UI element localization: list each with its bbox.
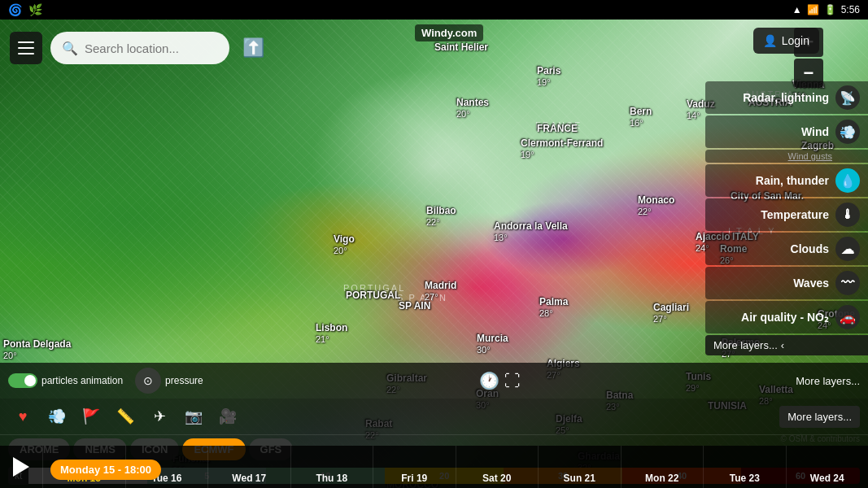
layer-air-label: Air quality - NO₂ xyxy=(741,311,829,324)
play-button[interactable] xyxy=(0,446,42,488)
clock-more-row: 🕐 ⛶ xyxy=(479,371,521,390)
toggle-row: particles animation ⊙ pressure xyxy=(8,368,203,394)
layer-radar[interactable]: Radar, lightning 📡 xyxy=(705,81,868,114)
clouds-icon: ☁ xyxy=(835,237,860,261)
top-bar: 🔍 ⬆️ xyxy=(0,20,868,76)
particles-switch[interactable] xyxy=(8,373,37,388)
wifi-icon: ▲ xyxy=(792,4,802,15)
current-time-badge: Monday 15 - 18:00 xyxy=(50,460,161,480)
layer-waves-label: Waves xyxy=(793,277,829,290)
more-layers-row-label: More layers... xyxy=(796,375,860,387)
timeline-date-4[interactable]: Fri 19 xyxy=(373,446,456,488)
play-icon xyxy=(13,457,29,477)
more-layers-button[interactable]: More layers... ‹ xyxy=(705,335,868,355)
current-time-text: Monday 15 - 18:00 xyxy=(60,464,151,476)
layer-wind-label: Wind xyxy=(801,125,829,138)
search-icon: 🔍 xyxy=(62,41,78,56)
login-area: 👤 Login xyxy=(753,28,819,54)
wind-gusts-sublabel[interactable]: Wind gusts xyxy=(705,150,868,163)
status-right: ▲ 📶 🔋 5:56 xyxy=(792,4,860,15)
share-button[interactable]: ⬆️ xyxy=(238,33,268,63)
search-input[interactable] xyxy=(85,41,218,55)
timeline-date-5[interactable]: Sat 20 xyxy=(456,446,539,488)
fullscreen-icon[interactable]: ⛶ xyxy=(504,372,521,390)
flag-button[interactable]: 🚩 xyxy=(76,402,106,431)
webcam-button[interactable]: 🎥 xyxy=(213,402,242,431)
bottom-controls-row: particles animation ⊙ pressure 🕐 ⛶ More … xyxy=(0,363,868,399)
timeline-date-6[interactable]: Sun 21 xyxy=(538,446,621,488)
layer-clouds-label: Clouds xyxy=(791,242,829,255)
waves-icon: 〰 xyxy=(835,271,860,295)
pressure-icon: ⊙ xyxy=(135,368,161,394)
temp-icon: 🌡 xyxy=(835,203,860,227)
air-icon: 🚗 xyxy=(835,305,860,329)
clock-icon[interactable]: 🕐 xyxy=(479,371,499,390)
more-layers-icon-button[interactable]: More layers... xyxy=(779,406,860,428)
hamburger-icon xyxy=(18,53,34,54)
layer-temp-label: Temperature xyxy=(761,208,829,221)
more-layers-label: More layers... xyxy=(713,339,778,351)
layer-rain[interactable]: Rain, thunder 💧 xyxy=(705,164,868,197)
layer-rain-label: Rain, thunder xyxy=(756,174,829,187)
menu-button[interactable] xyxy=(10,32,42,64)
rain-icon: 💧 xyxy=(835,168,860,193)
radar-icon: 📡 xyxy=(835,85,860,110)
pressure-toggle[interactable]: ⊙ pressure xyxy=(135,368,203,394)
layer-waves[interactable]: Waves 〰 xyxy=(705,267,868,299)
battery-icon: 🔋 xyxy=(824,4,836,15)
hamburger-icon xyxy=(18,47,34,49)
more-layers-row-btn[interactable]: More layers... xyxy=(796,375,860,387)
timeline-date-9[interactable]: Wed 24 xyxy=(786,446,869,488)
timeline-date-2[interactable]: Wed 17 xyxy=(207,446,290,488)
search-bar[interactable]: 🔍 xyxy=(50,32,229,64)
particles-label: particles animation xyxy=(41,375,123,386)
pressure-label: pressure xyxy=(165,375,203,386)
app-icon: 🌀 xyxy=(8,3,22,16)
layer-clouds[interactable]: Clouds ☁ xyxy=(705,233,868,265)
icon-row: ♥ 💨 🚩 📏 ✈ 📷 🎥 More layers... xyxy=(0,399,868,434)
time-labels: Mon 15Tue 16Wed 17Thu 18Fri 19Sat 20Sun … xyxy=(42,446,868,488)
login-icon: 👤 xyxy=(763,34,777,47)
layer-controls: Radar, lightning 📡 Wind 💨 Wind gusts Rai… xyxy=(705,81,868,355)
status-bar: 🌀 🌿 ▲ 📶 🔋 5:56 xyxy=(0,0,868,20)
camera-button[interactable]: 📷 xyxy=(179,402,208,431)
wind-icon: 💨 xyxy=(835,120,860,144)
layer-temperature[interactable]: Temperature 🌡 xyxy=(705,198,868,231)
wind-particles-button[interactable]: 💨 xyxy=(42,402,72,431)
signal-icon: 📶 xyxy=(807,4,819,15)
layer-air[interactable]: Air quality - NO₂ 🚗 xyxy=(705,301,868,333)
timeline-date-7[interactable]: Mon 22 xyxy=(621,446,704,488)
login-button[interactable]: 👤 Login xyxy=(753,28,819,54)
layer-radar-label: Radar, lightning xyxy=(743,91,829,104)
hamburger-icon xyxy=(18,41,34,43)
layer-wind[interactable]: Wind 💨 xyxy=(705,115,868,148)
favorite-button[interactable]: ♥ xyxy=(8,402,37,431)
app-secondary-icon: 🌿 xyxy=(28,3,42,16)
clock: 5:56 xyxy=(841,4,860,15)
timeline-date-3[interactable]: Thu 18 xyxy=(290,446,373,488)
login-label: Login xyxy=(782,34,809,47)
status-left: 🌀 🌿 xyxy=(8,3,42,16)
particles-toggle[interactable]: particles animation xyxy=(8,373,123,388)
timeline-date-8[interactable]: Tue 23 xyxy=(703,446,786,488)
chevron-left-icon: ‹ xyxy=(781,339,784,351)
share-icon: ⬆️ xyxy=(242,37,264,59)
ruler-button[interactable]: 📏 xyxy=(111,402,140,431)
plane-button[interactable]: ✈ xyxy=(145,402,174,431)
